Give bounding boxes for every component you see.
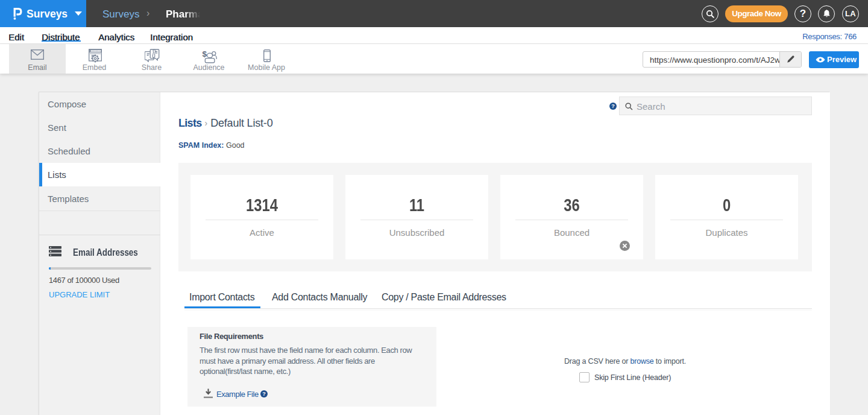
svg-text:$: $ bbox=[202, 49, 207, 59]
